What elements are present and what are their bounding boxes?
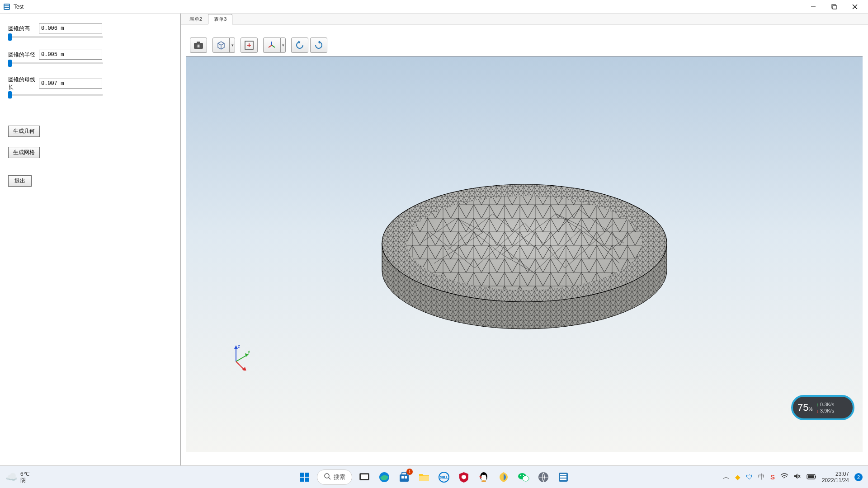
svg-line-38 bbox=[329, 478, 330, 479]
search-placeholder: 搜索 bbox=[334, 473, 345, 481]
svg-rect-36 bbox=[305, 478, 309, 482]
axis-triad: z y x bbox=[227, 343, 254, 371]
cloud-icon: ☁️ bbox=[5, 474, 18, 480]
dell-icon[interactable]: DELL bbox=[436, 469, 452, 485]
tray-chevron-icon[interactable]: ︿ bbox=[723, 473, 730, 481]
mcafee-icon[interactable] bbox=[456, 469, 472, 485]
store-icon[interactable]: 1 bbox=[396, 469, 412, 485]
upload-speed: 0.3K/s bbox=[816, 401, 834, 408]
cone-slant-slider[interactable] bbox=[8, 94, 103, 96]
tray-sync-icon[interactable]: ◆ bbox=[735, 473, 741, 481]
tab-form2[interactable]: 表单2 bbox=[184, 14, 208, 24]
rotate-right-button[interactable] bbox=[310, 38, 327, 53]
edge-icon[interactable] bbox=[377, 469, 392, 485]
cone-radius-slider[interactable] bbox=[8, 62, 103, 64]
svg-rect-41 bbox=[361, 474, 368, 479]
close-button[interactable] bbox=[844, 0, 865, 14]
svg-rect-6 bbox=[833, 5, 836, 9]
weather-temp: 6℃ bbox=[20, 471, 29, 477]
svg-rect-33 bbox=[300, 473, 304, 477]
svg-text:x: x bbox=[247, 369, 249, 371]
axes-button[interactable] bbox=[263, 38, 280, 53]
svg-point-37 bbox=[325, 474, 329, 478]
tab-bar: 表单2 表单3 bbox=[181, 14, 868, 24]
tray-security-icon[interactable]: 🛡 bbox=[746, 473, 753, 481]
view-box-button[interactable] bbox=[212, 38, 230, 53]
svg-point-52 bbox=[485, 474, 486, 476]
tray-ime-icon[interactable]: 中 bbox=[758, 473, 765, 481]
maximize-button[interactable] bbox=[824, 0, 844, 14]
sidebar: 圆锥的高 圆锥的半径 圆锥的母线长 生成几何 生成网格 退出 bbox=[0, 14, 181, 465]
svg-point-51 bbox=[482, 474, 483, 476]
cone-radius-input[interactable] bbox=[39, 50, 102, 60]
view-box-dropdown[interactable]: ▾ bbox=[230, 38, 235, 53]
exit-button[interactable]: 退出 bbox=[8, 175, 32, 187]
cone-height-slider[interactable] bbox=[8, 36, 103, 38]
svg-rect-2 bbox=[5, 6, 9, 7]
svg-rect-34 bbox=[305, 473, 309, 477]
wechat-icon[interactable] bbox=[516, 469, 531, 485]
3d-viewport[interactable]: z y x 75% 0.3K/s 3.9K/s bbox=[186, 56, 863, 452]
system-tray: ︿ ◆ 🛡 中 S 23:07 2022/11/24 2 bbox=[723, 471, 863, 483]
start-button[interactable] bbox=[297, 469, 312, 485]
svg-point-50 bbox=[481, 475, 486, 481]
volume-icon[interactable] bbox=[794, 473, 801, 481]
svg-rect-67 bbox=[808, 475, 814, 478]
taskbar: ☁️ 6℃ 阴 搜索 1 DELL ︿ ◆ 🛡 中 bbox=[0, 465, 868, 488]
weather-widget[interactable]: ☁️ 6℃ 阴 bbox=[5, 471, 29, 483]
svg-rect-66 bbox=[815, 476, 816, 478]
rotate-left-button[interactable] bbox=[291, 38, 308, 53]
svg-rect-46 bbox=[419, 476, 429, 481]
svg-text:DELL: DELL bbox=[440, 476, 448, 479]
generate-mesh-button[interactable]: 生成网格 bbox=[8, 147, 40, 158]
svg-rect-3 bbox=[5, 8, 9, 9]
svg-text:y: y bbox=[248, 349, 250, 354]
notification-badge[interactable]: 2 bbox=[854, 473, 863, 481]
taskview-button[interactable] bbox=[357, 469, 372, 485]
svg-rect-60 bbox=[560, 474, 566, 475]
svg-rect-44 bbox=[401, 476, 404, 479]
svg-point-56 bbox=[520, 474, 521, 475]
svg-line-16 bbox=[269, 45, 272, 47]
cone-slant-input[interactable] bbox=[39, 79, 102, 89]
content-area: 表单2 表单3 ▾ bbox=[181, 14, 868, 465]
svg-line-15 bbox=[272, 45, 275, 47]
explorer-icon[interactable] bbox=[416, 469, 432, 485]
battery-icon[interactable] bbox=[807, 473, 816, 481]
search-icon bbox=[324, 473, 331, 481]
svg-rect-45 bbox=[405, 476, 407, 479]
svg-text:z: z bbox=[238, 344, 240, 349]
pycharm-icon[interactable] bbox=[496, 469, 511, 485]
svg-marker-25 bbox=[234, 345, 238, 349]
clock-date: 2022/11/24 bbox=[822, 477, 849, 483]
generate-geometry-button[interactable]: 生成几何 bbox=[8, 126, 40, 137]
qq-icon[interactable] bbox=[476, 469, 491, 485]
tab-form3[interactable]: 表单3 bbox=[208, 14, 232, 24]
svg-point-53 bbox=[481, 480, 486, 482]
browser2-icon[interactable] bbox=[536, 469, 551, 485]
app-icon bbox=[3, 3, 11, 11]
param-cone-radius: 圆锥的半径 bbox=[8, 50, 172, 64]
clock-time: 23:07 bbox=[822, 471, 849, 477]
svg-rect-62 bbox=[560, 479, 566, 480]
svg-point-12 bbox=[198, 45, 199, 47]
taskbar-search[interactable]: 搜索 bbox=[317, 469, 352, 485]
minimize-button[interactable] bbox=[803, 0, 824, 14]
svg-point-22 bbox=[407, 196, 642, 290]
param-label: 圆锥的高 bbox=[8, 25, 39, 33]
screenshot-button[interactable] bbox=[190, 38, 207, 53]
svg-rect-43 bbox=[400, 474, 409, 482]
axes-dropdown[interactable]: ▾ bbox=[280, 38, 286, 53]
tray-sogou-icon[interactable]: S bbox=[770, 473, 775, 481]
svg-rect-10 bbox=[197, 42, 200, 43]
wifi-icon[interactable] bbox=[780, 473, 788, 481]
taskbar-clock[interactable]: 23:07 2022/11/24 bbox=[822, 471, 849, 483]
cone-height-input[interactable] bbox=[39, 23, 102, 33]
zoom-extents-button[interactable] bbox=[241, 38, 258, 53]
mesh-render bbox=[366, 137, 683, 372]
window-title: Test bbox=[14, 4, 803, 10]
weather-desc: 阴 bbox=[20, 477, 29, 483]
cpu-percent: 75 bbox=[797, 402, 808, 413]
comsol-icon[interactable] bbox=[556, 469, 571, 485]
network-monitor-widget[interactable]: 75% 0.3K/s 3.9K/s bbox=[791, 395, 854, 420]
